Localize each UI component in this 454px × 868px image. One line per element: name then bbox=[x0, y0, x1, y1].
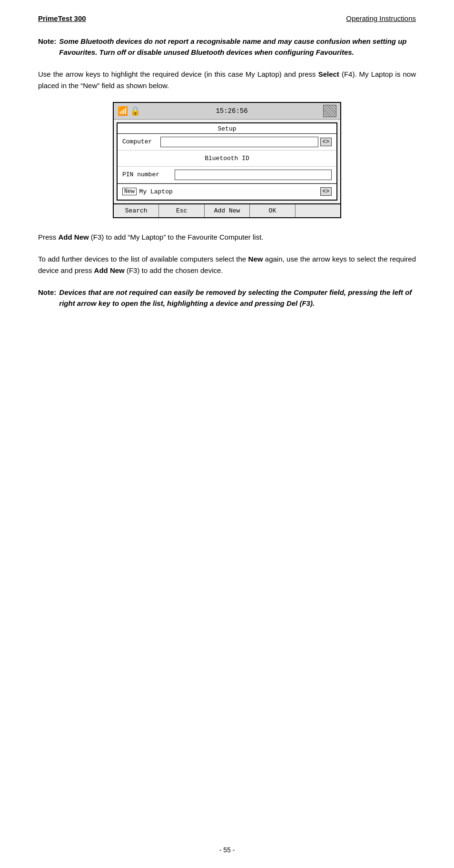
device-pin-input bbox=[175, 170, 332, 180]
header-subtitle: Operating Instructions bbox=[346, 14, 416, 22]
device-corner-icon bbox=[323, 105, 336, 117]
device-pin-label: PIN number bbox=[122, 171, 175, 178]
softkey-add-new[interactable]: Add New bbox=[205, 204, 250, 217]
paragraph2: Press Add New (F3) to add “My Laptop” to… bbox=[38, 232, 416, 243]
device-computer-arrows: <> bbox=[320, 138, 332, 146]
note1-block: Note: Some Bluetooth devices do not repo… bbox=[38, 36, 416, 58]
page-number: - 55 - bbox=[219, 846, 235, 854]
device-computer-input bbox=[160, 137, 318, 147]
device-bluetooth-label: Bluetooth ID bbox=[205, 155, 249, 162]
device-new-row: New My Laptop <> bbox=[118, 183, 336, 200]
device-time: 15:26:56 bbox=[140, 107, 323, 115]
device-topbar-left: 📶 🔒 bbox=[118, 106, 140, 116]
device-computer-label: Computer bbox=[122, 138, 160, 145]
device-computer-row: Computer <> bbox=[118, 134, 336, 151]
device-topbar: 📶 🔒 15:26:56 bbox=[114, 103, 340, 120]
page-footer: - 55 - bbox=[0, 846, 454, 854]
note2-block: Note: Devices that are not required can … bbox=[38, 287, 416, 309]
note1-label: Note: bbox=[38, 36, 56, 58]
device-bluetooth-row: Bluetooth ID bbox=[118, 151, 336, 167]
softkey-esc[interactable]: Esc bbox=[159, 204, 204, 217]
lock-icon: 🔒 bbox=[130, 106, 140, 116]
page: PrimeTest 300 Operating Instructions Not… bbox=[0, 0, 454, 868]
device-new-label: New bbox=[122, 188, 137, 195]
device-body: Setup Computer <> Bluetooth ID PIN numbe… bbox=[117, 122, 337, 201]
device-new-value: My Laptop bbox=[139, 188, 318, 195]
device-screenshot: 📶 🔒 15:26:56 Setup Computer <> Bluetooth… bbox=[113, 102, 341, 218]
device-pin-row: PIN number bbox=[118, 167, 336, 183]
note2-text: Devices that are not required can easily… bbox=[59, 287, 416, 309]
softkey-search[interactable]: Search bbox=[114, 204, 159, 217]
softkey-ok[interactable]: OK bbox=[250, 204, 295, 217]
device-setup-title: Setup bbox=[118, 123, 336, 134]
note2-label: Note: bbox=[38, 287, 56, 309]
device-softkeys: Search Esc Add New OK bbox=[114, 203, 340, 217]
header-title: PrimeTest 300 bbox=[38, 14, 86, 22]
bluetooth-icon: 📶 bbox=[118, 106, 128, 116]
note1-text: Some Bluetooth devices do not report a r… bbox=[59, 36, 416, 58]
device-new-arrows: <> bbox=[320, 187, 332, 196]
softkey-empty bbox=[296, 204, 340, 217]
paragraph1: Use the arrow keys to highlight the requ… bbox=[38, 69, 416, 91]
paragraph3: To add further devices to the list of av… bbox=[38, 253, 416, 276]
header: PrimeTest 300 Operating Instructions bbox=[38, 14, 416, 22]
